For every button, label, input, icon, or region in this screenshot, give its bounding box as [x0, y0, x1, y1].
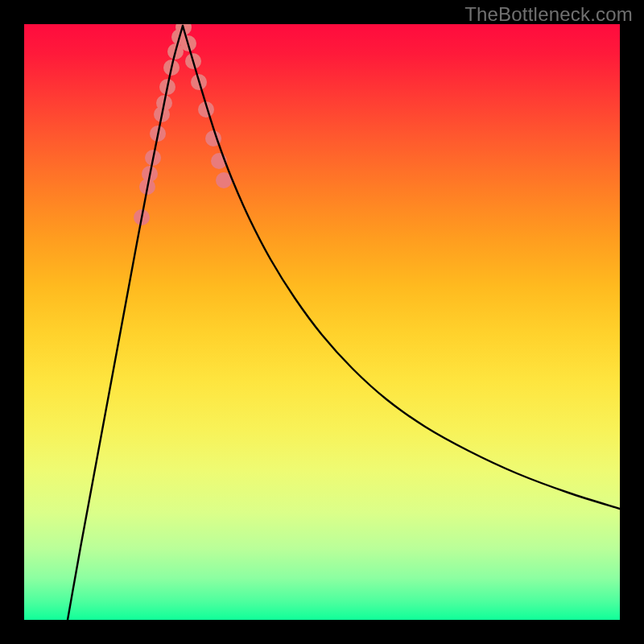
- plot-area: [24, 24, 620, 620]
- outer-frame: TheBottleneck.com: [0, 0, 644, 644]
- watermark-text: TheBottleneck.com: [464, 3, 633, 26]
- chart-svg: [24, 24, 620, 620]
- marker-layer: [134, 24, 232, 225]
- curve-layer: [68, 26, 620, 620]
- curve-right-curve: [183, 26, 620, 509]
